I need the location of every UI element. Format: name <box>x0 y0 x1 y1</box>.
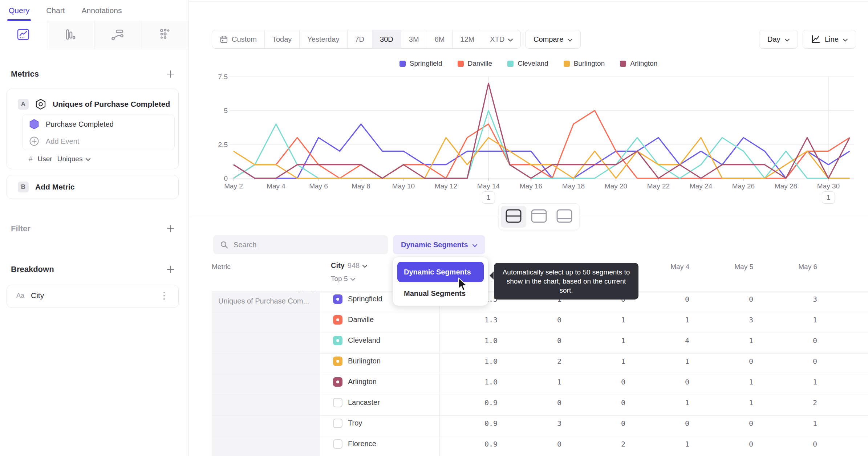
svg-text:May 16: May 16 <box>520 182 542 190</box>
aggregation-row[interactable]: # User Uniques <box>29 155 90 163</box>
svg-text:May 30: May 30 <box>817 182 840 190</box>
unchecked-checkbox[interactable] <box>333 439 342 449</box>
segment-name: Troy <box>348 419 362 427</box>
range-button-xtd[interactable]: XTD <box>482 30 520 48</box>
value-cell: 1 <box>629 398 693 407</box>
breakdown-section-header: Breakdown <box>0 264 188 275</box>
chevron-down-icon <box>472 241 477 249</box>
metric-a-title[interactable]: Uniques of Purchase Completed <box>53 100 170 109</box>
chart-type-flow-button[interactable] <box>94 21 142 49</box>
value-cell: 1.0 <box>439 336 501 345</box>
sidebar-tabbar: Query Chart Annotations <box>0 0 188 21</box>
bar-chart-icon <box>64 28 77 43</box>
tab-annotations[interactable]: Annotations <box>82 0 122 21</box>
main-top-border <box>189 1 868 1</box>
checked-checkbox[interactable] <box>333 377 342 387</box>
add-breakdown-plus-button[interactable] <box>166 265 175 274</box>
checked-checkbox[interactable] <box>333 294 342 304</box>
line-chart-icon <box>16 28 30 43</box>
segment-search[interactable] <box>213 235 388 254</box>
range-button-30d[interactable]: 30D <box>372 30 401 48</box>
checked-checkbox[interactable] <box>333 357 342 366</box>
hash-icon: # <box>29 155 33 163</box>
table-row-troy: Troy0.930001 <box>212 416 868 436</box>
svg-text:May 6: May 6 <box>309 182 328 190</box>
unchecked-checkbox[interactable] <box>333 419 342 428</box>
unchecked-checkbox[interactable] <box>333 398 342 407</box>
metric-column-header: Metric <box>212 256 320 283</box>
filter-title: Filter <box>11 224 31 233</box>
chevron-down-icon <box>508 35 513 44</box>
kebab-menu-icon[interactable]: ⋮ <box>159 291 169 300</box>
range-button-12m[interactable]: 12M <box>453 30 482 48</box>
value-cell: 3 <box>757 295 821 304</box>
breakdown-city-card[interactable]: Aa City ⋮ <box>7 285 179 308</box>
value-cell: 0 <box>629 419 693 428</box>
chart-type-bar-button[interactable] <box>47 21 94 49</box>
value-cell: 1.0 <box>439 378 501 386</box>
value-cell: 0 <box>565 398 629 407</box>
value-cell: 1 <box>693 378 757 386</box>
chart-style-label: Line <box>825 35 839 44</box>
value-cell: 0.9 <box>439 440 501 448</box>
range-button-custom[interactable]: Custom <box>212 30 265 48</box>
segments-mode-button[interactable]: Dynamic Segments <box>393 235 485 254</box>
svg-text:2.5: 2.5 <box>218 141 228 148</box>
range-button-3m[interactable]: 3M <box>401 30 427 48</box>
annotation-badge[interactable]: 1 <box>822 191 835 204</box>
tab-query[interactable]: Query <box>9 0 29 21</box>
chevron-down-icon <box>785 35 790 44</box>
add-metric-label[interactable]: Add Metric <box>35 183 75 191</box>
metric-a-badge: A <box>18 99 29 110</box>
range-button-yesterday[interactable]: Yesterday <box>300 30 347 48</box>
value-cell: 1 <box>757 419 821 428</box>
tab-chart[interactable]: Chart <box>46 0 65 21</box>
range-button-today[interactable]: Today <box>265 30 300 48</box>
svg-text:May 18: May 18 <box>562 182 585 190</box>
value-cell: 0 <box>565 419 629 428</box>
metrics-section-header: Metrics <box>0 68 188 80</box>
checked-checkbox[interactable] <box>333 315 342 325</box>
search-input[interactable] <box>234 241 381 249</box>
value-cell: 1 <box>629 440 693 448</box>
value-cell: 0.9 <box>439 419 501 428</box>
add-metric-plus-button[interactable] <box>166 69 175 79</box>
chart-type-scatter-button[interactable] <box>141 21 188 49</box>
segment-cell: Danville <box>320 315 439 325</box>
value-cell: 0 <box>693 357 757 366</box>
chart-type-line-button[interactable] <box>0 21 47 49</box>
value-cell: 0 <box>501 315 565 324</box>
chevron-down-icon <box>86 155 90 163</box>
event-name[interactable]: Purchase Completed <box>46 120 114 129</box>
svg-text:May 26: May 26 <box>732 182 755 190</box>
svg-text:0: 0 <box>224 175 228 182</box>
metric-card-b[interactable]: B Add Metric <box>7 175 179 199</box>
line-chart[interactable]: 02.557.5May 2May 4May 6May 8May 10May 12… <box>189 51 868 209</box>
dropdown-option-dynamic-segments[interactable]: Dynamic Segments <box>397 262 484 282</box>
event-row[interactable]: Purchase Completed <box>29 119 114 130</box>
svg-text:May 12: May 12 <box>435 182 457 190</box>
compare-button[interactable]: Compare <box>525 30 581 49</box>
group-name: City <box>331 261 345 270</box>
add-event-row[interactable]: Add Event <box>29 136 79 146</box>
annotation-badge[interactable]: 1 <box>482 191 495 204</box>
scatter-chart-icon <box>158 28 172 43</box>
value-cell: 0 <box>757 440 821 448</box>
value-cell: 1 <box>757 315 821 324</box>
range-button-7d[interactable]: 7D <box>348 30 373 48</box>
checked-checkbox[interactable] <box>333 336 342 345</box>
event-hexagon-icon <box>35 98 46 110</box>
granularity-button[interactable]: Day <box>759 30 798 49</box>
value-cell: 0 <box>565 378 629 386</box>
calendar-icon <box>220 35 228 44</box>
value-cell: 2 <box>565 440 629 448</box>
dropdown-option-manual-segments[interactable]: Manual Segments <box>397 282 484 299</box>
chart-style-button[interactable]: Line <box>803 30 856 49</box>
metric-b-badge: B <box>18 182 29 192</box>
date-range-group: CustomTodayYesterday7D30D3M6M12MXTD <box>212 30 521 49</box>
date-column-header: May 5 <box>693 256 757 283</box>
agg-user-label: User <box>38 155 52 163</box>
range-button-6m[interactable]: 6M <box>427 30 453 48</box>
add-filter-plus-button[interactable] <box>166 224 175 233</box>
value-cell: 1 <box>757 378 821 386</box>
